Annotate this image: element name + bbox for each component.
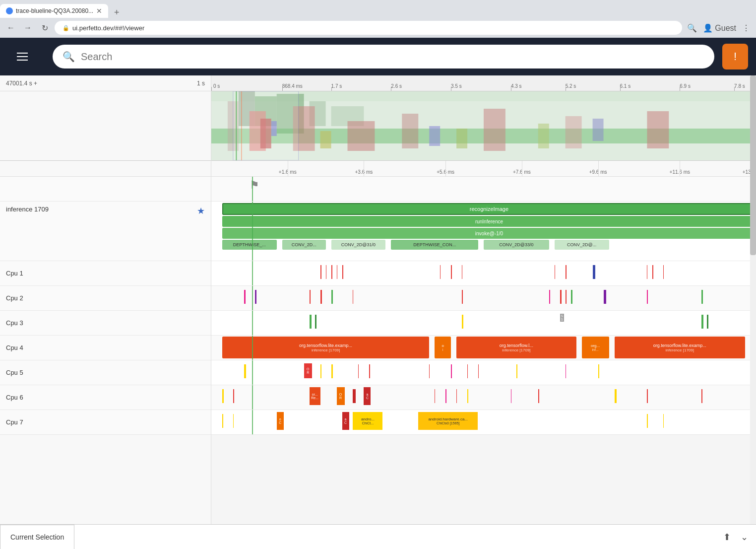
cpu4-tf-bar-1[interactable]: org.tensorflow.lite.examp... inference [… xyxy=(222,337,429,358)
conv2d-bar-3[interactable]: CONV_2D@33/0 xyxy=(484,240,549,250)
cpu7-android-bar[interactable]: andro... ChiCt... xyxy=(353,412,382,430)
cpu4-tf-bar-2[interactable]: o i xyxy=(435,337,451,358)
hamburger-line-3 xyxy=(17,60,28,61)
cpu3-track-row[interactable]: SS xyxy=(211,311,756,336)
search-container[interactable]: 🔍 xyxy=(53,45,714,69)
cpu1-bar-5 xyxy=(342,265,343,279)
conv2d-bar-4[interactable]: CONV_2D@... xyxy=(555,240,609,250)
depthwise-bar-2[interactable]: DEPTHWISE_CON... xyxy=(391,240,478,250)
scrollbar-thumb[interactable] xyxy=(750,75,756,255)
star-icon[interactable]: ★ xyxy=(197,206,205,216)
recognize-image-bar[interactable]: recognizeImage xyxy=(222,203,756,215)
cpu7-oc-bar[interactable]: o C xyxy=(277,412,284,430)
cpu5-cursor xyxy=(252,360,253,385)
collapse-icon: ⌄ xyxy=(741,532,748,542)
svg-rect-19 xyxy=(429,126,440,146)
address-bar[interactable]: 🔒 ui.perfetto.dev/##!/viewer xyxy=(55,21,682,35)
current-selection-tab[interactable]: Current Selection xyxy=(0,525,74,549)
track-label-cpu2[interactable]: Cpu 2 xyxy=(0,286,211,311)
cpu5-bar-r1 xyxy=(358,364,359,378)
tab-close-button[interactable]: ✕ xyxy=(96,7,102,15)
conv2d-bar-1[interactable]: CONV_2D... xyxy=(282,240,326,250)
flag-track-row[interactable]: ⚑ xyxy=(211,177,756,202)
cpu7-bar-y3 xyxy=(647,414,648,428)
svg-rect-15 xyxy=(484,109,505,151)
cpu2-bar-r5 xyxy=(560,290,562,304)
cpu6-ac-bar[interactable]: a C xyxy=(364,387,371,405)
menu-button[interactable]: ⋮ xyxy=(740,21,752,35)
cpu4-track-row[interactable]: org.tensorflow.lite.examp... inference [… xyxy=(211,336,756,360)
cpu5-label: Cpu 5 xyxy=(6,369,23,376)
cpu2-bar-purple1 xyxy=(255,290,256,304)
cpu6-or-bar[interactable]: or... Re... xyxy=(310,387,320,405)
collapse-button[interactable]: ⌄ xyxy=(737,530,752,545)
new-tab-button[interactable]: + xyxy=(110,7,124,18)
cpu4-tf-bar-5[interactable]: org.tensorflow.lite.examp... inference [… xyxy=(615,337,746,358)
cpu6-track-row[interactable]: or... Re... O R a C xyxy=(211,385,756,410)
scroll-top-button[interactable]: ⬆ xyxy=(719,530,735,545)
inference-track-row[interactable]: recognizeImage runInference invoke@-1/0 … xyxy=(211,202,756,261)
active-tab[interactable]: trace-blueline-QQ3A.20080... ✕ xyxy=(0,4,108,18)
invoke-bar[interactable]: invoke@-1/0 xyxy=(222,228,756,239)
cpu7-track-row[interactable]: o C a C andro... ChiCt... android.hardwa… xyxy=(211,410,756,435)
track-label-cpu4[interactable]: Cpu 4 xyxy=(0,336,211,360)
cpu3-bar-y1 xyxy=(462,315,463,329)
cpu6-bar-r5 xyxy=(538,389,539,403)
cpu4-tf-bar-3[interactable]: org.tensorflow.l... inference [1709] xyxy=(456,337,576,358)
cpu3-bar-g4 xyxy=(707,315,708,329)
svg-rect-26 xyxy=(233,91,299,160)
cpu3-cursor xyxy=(252,311,253,335)
cpu5-track-row[interactable]: O R xyxy=(211,360,756,385)
hamburger-menu-button[interactable] xyxy=(0,38,45,75)
cpu4-tf-bar-4[interactable]: org... inf... xyxy=(582,337,609,358)
detail-ruler[interactable]: +1.6 ms +3.6 ms +5.6 ms +7.6 ms +9.6 ms … xyxy=(211,161,756,177)
cpu6-bar-p2 xyxy=(511,389,511,403)
cpu7-bar-y2 xyxy=(233,414,234,428)
cpu7-hardware-bar[interactable]: android.hardware.ca... ChiCtx0 [1565] xyxy=(418,412,478,430)
cpu1-bar-12 xyxy=(652,265,653,279)
cpu2-track-row[interactable] xyxy=(211,286,756,311)
svg-rect-14 xyxy=(402,114,418,148)
svg-rect-21 xyxy=(320,131,331,148)
back-button[interactable]: ← xyxy=(4,21,18,35)
cpu5-bar-r5 xyxy=(478,364,479,378)
notification-button[interactable]: ! xyxy=(722,44,748,69)
track-label-cpu1[interactable]: Cpu 1 xyxy=(0,261,211,286)
search-input[interactable] xyxy=(81,51,704,63)
svg-rect-22 xyxy=(456,129,467,148)
lock-icon: 🔒 xyxy=(63,25,69,31)
hamburger-line-1 xyxy=(17,53,28,54)
cpu6-bar-y3 xyxy=(615,389,617,403)
cpu3-bar-g3 xyxy=(701,315,703,329)
cpu7-bar-y4 xyxy=(663,414,664,428)
tab-favicon xyxy=(6,7,13,14)
overview-ruler[interactable]: 0 s 868.4 ms 1.7 s 2.6 s 3.5 s 4.3 s 5.2… xyxy=(211,75,756,91)
track-label-cpu6[interactable]: Cpu 6 xyxy=(0,385,211,410)
cpu1-track-row[interactable] xyxy=(211,261,756,286)
scrollbar-track xyxy=(750,75,756,524)
track-label-cpu5[interactable]: Cpu 5 xyxy=(0,360,211,385)
reload-button[interactable]: ↻ xyxy=(38,21,52,35)
track-label-inference[interactable]: inference 1709 ★ xyxy=(0,202,211,261)
inference-cursor xyxy=(252,202,253,261)
track-label-cpu7[interactable]: Cpu 7 xyxy=(0,410,211,435)
main-content: 47001.4 s + 1 s inference 1709 ★ Cpu 1 C… xyxy=(0,75,756,524)
svg-rect-20 xyxy=(593,119,604,141)
cpu5-bar-p2 xyxy=(566,364,566,378)
cpu6-or2-bar[interactable]: O R xyxy=(337,387,345,405)
cpu1-bar-2 xyxy=(326,265,326,279)
profile-button[interactable]: 👤 Guest xyxy=(701,21,738,35)
cpu7-ac-bar[interactable]: a C xyxy=(342,412,349,430)
depthwise-bar-1[interactable]: DEPTHWISE_... xyxy=(222,240,277,250)
overview-minimap[interactable] xyxy=(211,91,756,161)
zoom-button[interactable]: 🔍 xyxy=(685,21,699,35)
cursor-line xyxy=(252,177,253,201)
flag-row-left xyxy=(0,177,211,202)
track-label-cpu3[interactable]: Cpu 3 xyxy=(0,311,211,336)
svg-rect-13 xyxy=(348,121,375,151)
run-inference-bar[interactable]: runInference xyxy=(222,216,756,227)
forward-button[interactable]: → xyxy=(21,21,35,35)
cpu5-or-bar[interactable]: O R xyxy=(304,363,312,378)
cpu6-bar-r6 xyxy=(647,389,648,403)
conv2d-bar-2[interactable]: CONV_2D@31/0 xyxy=(331,240,386,250)
